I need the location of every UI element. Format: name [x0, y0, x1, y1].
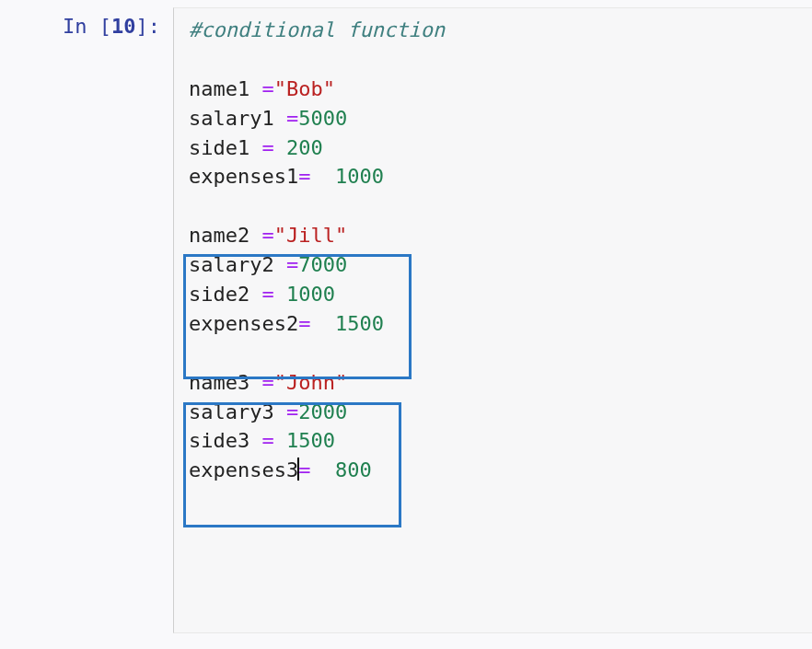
code-line: side2 = 1000 — [189, 280, 812, 309]
code-line: salary1 =5000 — [189, 104, 812, 133]
blank-line — [189, 45, 812, 75]
code-line: side3 = 1500 — [189, 426, 812, 456]
code-line: expenses3= 800 — [189, 456, 812, 485]
code-line: name2 ="Jill" — [189, 221, 812, 250]
code-line: expenses2= 1500 — [189, 309, 812, 339]
blank-line — [189, 191, 812, 221]
code-line: name1 ="Bob" — [189, 75, 812, 104]
prompt-number: 10 — [111, 15, 136, 38]
code-line: name3 ="John" — [189, 368, 812, 398]
code-line: expenses1= 1000 — [189, 162, 812, 191]
cell-prompt: In [10]: — [0, 7, 173, 38]
notebook-cell: In [10]: #conditional function name1 ="B… — [0, 0, 812, 633]
code-line: salary3 =2000 — [189, 398, 812, 427]
blank-line — [189, 339, 812, 368]
prompt-label: In — [63, 15, 99, 38]
code-line: side1 = 200 — [189, 133, 812, 163]
code-input-area[interactable]: #conditional function name1 ="Bob" salar… — [173, 7, 812, 633]
code-line-comment: #conditional function — [189, 16, 812, 45]
code-line: salary2 =7000 — [189, 250, 812, 280]
